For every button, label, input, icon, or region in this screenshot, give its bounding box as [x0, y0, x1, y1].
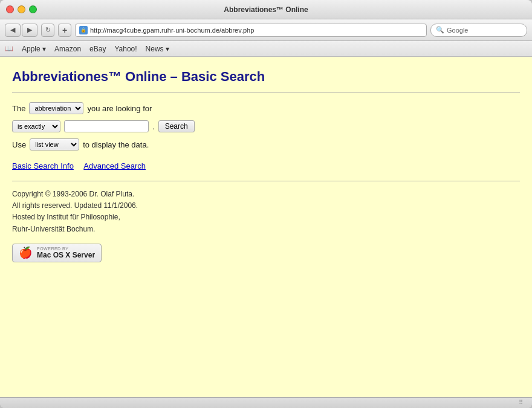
copyright-line1: Copyright © 1993-2006 Dr. Olaf Pluta.: [12, 189, 520, 200]
search-section: The abbreviation expansion you are looki…: [12, 102, 520, 151]
browser-window: Abbreviationes™ Online ◀ ▶ ↻ + 🔒 http://…: [0, 0, 532, 408]
forward-icon: ▶: [27, 26, 32, 34]
search-row-1: The abbreviation expansion you are looki…: [12, 102, 520, 114]
search-row-3: Use list view detail view to display the…: [12, 138, 520, 151]
copyright-line3: Hosted by Institut für Philosophie,: [12, 212, 520, 223]
search-button[interactable]: Search: [158, 120, 195, 132]
apple-logo-icon: 🍎: [19, 247, 32, 258]
ssl-icon: 🔒: [79, 26, 88, 34]
copyright-line2: All rights reserved. Updated 11/1/2006.: [12, 200, 520, 212]
basic-search-info-link[interactable]: Basic Search Info: [12, 161, 74, 170]
add-icon: +: [62, 25, 67, 35]
powered-by-badge[interactable]: 🍎 POWERED BY Mac OS X Server: [12, 244, 102, 262]
row3-suffix: to display the data.: [83, 140, 149, 149]
title-bar: Abbreviationes™ Online: [0, 0, 532, 19]
row1-prefix: The: [12, 104, 25, 113]
bookmark-yahoo[interactable]: Yahoo!: [114, 45, 137, 53]
search-row-2: is exactly starts with contains ends wit…: [12, 120, 520, 132]
powered-by-label: POWERED BY: [37, 247, 95, 251]
abbreviation-dropdown[interactable]: abbreviation expansion: [29, 102, 83, 114]
advanced-search-link[interactable]: Advanced Search: [83, 161, 146, 170]
badge-product-label: Mac OS X Server: [37, 251, 95, 259]
back-button[interactable]: ◀: [5, 24, 21, 37]
footer-divider: [12, 181, 520, 181]
maximize-button[interactable]: [29, 5, 37, 13]
bookmark-news[interactable]: News ▾: [146, 45, 169, 53]
bookmarks-bar: 📖 Apple ▾ Amazon eBay Yahoo! News ▾: [0, 41, 532, 57]
refresh-icon: ↻: [45, 26, 51, 34]
add-tab-button[interactable]: +: [58, 24, 71, 37]
search-placeholder: Google: [447, 27, 468, 34]
refresh-button[interactable]: ↻: [41, 24, 54, 37]
forward-button[interactable]: ▶: [22, 24, 37, 37]
page-title: Abbreviationes™ Online – Basic Search: [12, 69, 520, 85]
search-input[interactable]: [64, 120, 149, 132]
toolbar: ◀ ▶ ↻ + 🔒 http://macg4cube.gpam.ruhr-uni…: [0, 19, 532, 41]
nav-buttons: ◀ ▶: [5, 24, 37, 37]
match-type-dropdown[interactable]: is exactly starts with contains ends wit…: [12, 120, 60, 132]
row1-suffix: you are looking for: [87, 104, 152, 113]
page-content: Abbreviationes™ Online – Basic Search Th…: [0, 57, 532, 397]
browser-search-bar[interactable]: 🔍 Google: [430, 24, 527, 37]
badge-text: POWERED BY Mac OS X Server: [37, 247, 95, 259]
links-section: Basic Search Info Advanced Search: [12, 160, 520, 171]
bookmark-amazon[interactable]: Amazon: [54, 45, 81, 53]
window-controls: [6, 5, 37, 13]
status-bar: ⠿: [0, 397, 532, 408]
copyright-section: Copyright © 1993-2006 Dr. Olaf Pluta. Al…: [12, 189, 520, 235]
window-title: Abbreviationes™ Online: [224, 5, 308, 14]
bookmark-apple[interactable]: Apple ▾: [22, 45, 46, 53]
minimize-button[interactable]: [18, 5, 25, 13]
search-icon: 🔍: [436, 26, 444, 34]
view-mode-dropdown[interactable]: list view detail view: [30, 138, 79, 151]
bookmarks-icon: 📖: [5, 45, 13, 53]
copyright-line4: Ruhr-Universität Bochum.: [12, 224, 520, 235]
back-icon: ◀: [10, 26, 15, 34]
bookmark-ebay[interactable]: eBay: [89, 45, 106, 53]
url-bar[interactable]: 🔒 http://macg4cube.gpam.ruhr-uni-bochum.…: [75, 24, 427, 37]
title-divider: [12, 92, 520, 92]
url-text: http://macg4cube.gpam.ruhr-uni-bochum.de…: [90, 27, 254, 34]
resize-handle[interactable]: ⠿: [519, 399, 527, 407]
close-button[interactable]: [6, 5, 14, 13]
row3-prefix: Use: [12, 140, 26, 149]
period-separator: .: [152, 122, 155, 131]
